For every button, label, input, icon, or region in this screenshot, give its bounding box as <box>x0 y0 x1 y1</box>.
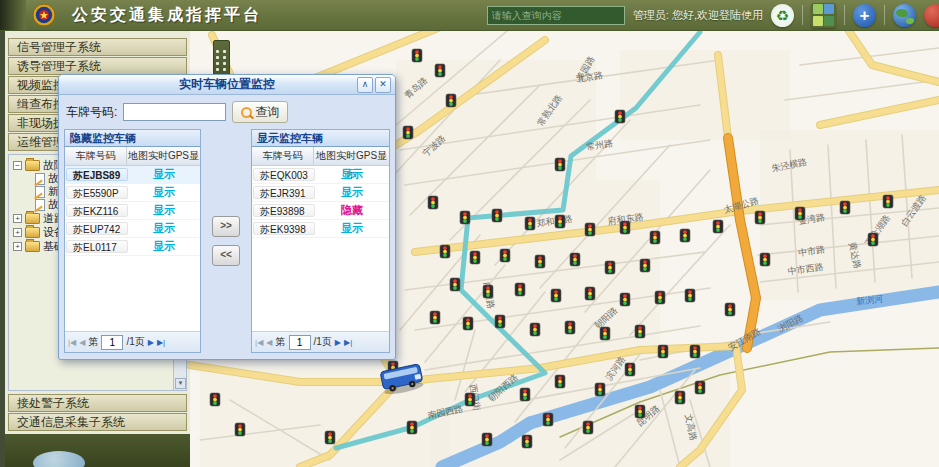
first-page-icon[interactable]: |◀ <box>68 338 76 347</box>
traffic-light-icon[interactable] <box>755 211 765 224</box>
traffic-light-icon[interactable] <box>535 255 545 268</box>
next-page-icon[interactable]: ▶ <box>335 338 341 347</box>
sidebar-item-0[interactable]: 信号管理子系统 <box>8 38 187 56</box>
gps-toggle-link[interactable]: 隐藏 <box>315 203 389 218</box>
close-icon[interactable]: ✕ <box>375 77 391 93</box>
traffic-light-icon[interactable] <box>570 253 580 266</box>
traffic-light-icon[interactable] <box>675 391 685 404</box>
traffic-light-icon[interactable] <box>635 405 645 418</box>
traffic-light-icon[interactable] <box>465 393 475 406</box>
traffic-light-icon[interactable] <box>530 323 540 336</box>
traffic-light-icon[interactable] <box>640 259 650 272</box>
traffic-light-icon[interactable] <box>583 421 593 434</box>
plate-number-input[interactable] <box>123 103 226 121</box>
traffic-light-icon[interactable] <box>615 110 625 123</box>
move-right-button[interactable]: >> <box>212 216 240 237</box>
scroll-down-icon[interactable]: ▼ <box>175 378 186 389</box>
sidebar-item-1[interactable]: 诱导管理子系统 <box>8 57 187 75</box>
vehicle-row[interactable]: 苏EJBS89显示 <box>65 166 200 184</box>
vehicle-row[interactable]: 苏EQK003显示 <box>252 166 389 184</box>
traffic-light-icon[interactable] <box>840 201 850 214</box>
gps-toggle-link[interactable]: 显示 <box>315 167 389 182</box>
traffic-light-icon[interactable] <box>430 311 440 324</box>
gps-toggle-link[interactable]: 显示 <box>128 185 200 200</box>
gps-toggle-link[interactable]: 显示 <box>315 221 389 236</box>
last-page-icon[interactable]: ▶| <box>344 338 352 347</box>
traffic-light-icon[interactable] <box>543 413 553 426</box>
traffic-light-icon[interactable] <box>403 126 413 139</box>
traffic-light-icon[interactable] <box>463 317 473 330</box>
prev-page-icon[interactable]: ◀ <box>266 338 272 347</box>
traffic-light-icon[interactable] <box>492 209 502 222</box>
sidebar-item-bottom-1[interactable]: 交通信息采集子系统 <box>8 413 187 431</box>
first-page-icon[interactable]: |◀ <box>255 338 263 347</box>
gps-toggle-link[interactable]: 显示 <box>128 239 200 254</box>
recycle-icon[interactable]: ♻ <box>771 4 794 27</box>
traffic-light-icon[interactable] <box>760 253 770 266</box>
vehicle-row[interactable]: 苏EL0117显示 <box>65 238 200 256</box>
traffic-light-icon[interactable] <box>595 383 605 396</box>
traffic-light-icon[interactable] <box>500 249 510 262</box>
traffic-light-icon[interactable] <box>412 49 422 62</box>
traffic-light-icon[interactable] <box>685 289 695 302</box>
traffic-light-icon[interactable] <box>725 303 735 316</box>
traffic-light-icon[interactable] <box>650 231 660 244</box>
traffic-light-icon[interactable] <box>522 435 532 448</box>
traffic-light-icon[interactable] <box>555 215 565 228</box>
vehicle-row[interactable]: 苏EJR391显示 <box>252 184 389 202</box>
traffic-light-icon[interactable] <box>600 327 610 340</box>
expand-icon[interactable]: + <box>13 242 22 251</box>
traffic-light-icon[interactable] <box>680 229 690 242</box>
dialog-titlebar[interactable]: 实时车辆位置监控 ∧ ✕ <box>59 75 395 95</box>
traffic-light-icon[interactable] <box>407 421 417 434</box>
gps-toggle-link[interactable]: 显示 <box>128 203 200 218</box>
gps-toggle-link[interactable]: 显示 <box>315 185 389 200</box>
traffic-light-icon[interactable] <box>620 221 630 234</box>
record-icon[interactable] <box>924 4 939 27</box>
traffic-light-icon[interactable] <box>482 433 492 446</box>
traffic-light-icon[interactable] <box>428 196 438 209</box>
traffic-light-icon[interactable] <box>635 325 645 338</box>
traffic-light-icon[interactable] <box>658 345 668 358</box>
page-input[interactable] <box>101 335 123 350</box>
collapse-icon[interactable]: ∧ <box>357 77 373 93</box>
traffic-light-icon[interactable] <box>555 375 565 388</box>
vehicle-row[interactable]: 苏EUP742显示 <box>65 220 200 238</box>
traffic-light-icon[interactable] <box>450 278 460 291</box>
traffic-light-icon[interactable] <box>440 245 450 258</box>
traffic-light-icon[interactable] <box>515 283 525 296</box>
traffic-light-icon[interactable] <box>470 251 480 264</box>
sidebar-item-bottom-0[interactable]: 接处警子系统 <box>8 394 187 412</box>
traffic-light-icon[interactable] <box>525 217 535 230</box>
prev-page-icon[interactable]: ◀ <box>79 338 85 347</box>
gps-toggle-link[interactable]: 显示 <box>128 167 200 182</box>
traffic-light-icon[interactable] <box>655 291 665 304</box>
vehicle-row[interactable]: 苏E93898隐藏 <box>252 202 389 220</box>
globe-icon[interactable] <box>893 4 916 27</box>
traffic-light-icon[interactable] <box>868 233 878 246</box>
traffic-light-icon[interactable] <box>435 64 445 77</box>
page-input[interactable] <box>289 335 311 350</box>
traffic-light-icon[interactable] <box>520 388 530 401</box>
next-page-icon[interactable]: ▶ <box>148 338 154 347</box>
traffic-light-icon[interactable] <box>695 381 705 394</box>
last-page-icon[interactable]: ▶| <box>157 338 165 347</box>
traffic-light-icon[interactable] <box>446 94 456 107</box>
traffic-light-icon[interactable] <box>620 293 630 306</box>
move-left-button[interactable]: << <box>212 245 240 266</box>
traffic-light-icon[interactable] <box>235 423 245 436</box>
traffic-light-icon[interactable] <box>210 393 220 406</box>
traffic-light-icon[interactable] <box>883 195 893 208</box>
traffic-light-icon[interactable] <box>585 287 595 300</box>
traffic-light-icon[interactable] <box>585 223 595 236</box>
header-search-input[interactable] <box>487 6 625 25</box>
plus-icon[interactable]: + <box>853 4 876 27</box>
traffic-light-icon[interactable] <box>555 158 565 171</box>
traffic-light-icon[interactable] <box>605 261 615 274</box>
traffic-light-icon[interactable] <box>795 207 805 220</box>
traffic-light-icon[interactable] <box>325 431 335 444</box>
vehicle-row[interactable]: 苏EK9398显示 <box>252 220 389 238</box>
traffic-light-icon[interactable] <box>713 220 723 233</box>
traffic-light-icon[interactable] <box>460 211 470 224</box>
gps-toggle-link[interactable]: 显示 <box>128 221 200 236</box>
